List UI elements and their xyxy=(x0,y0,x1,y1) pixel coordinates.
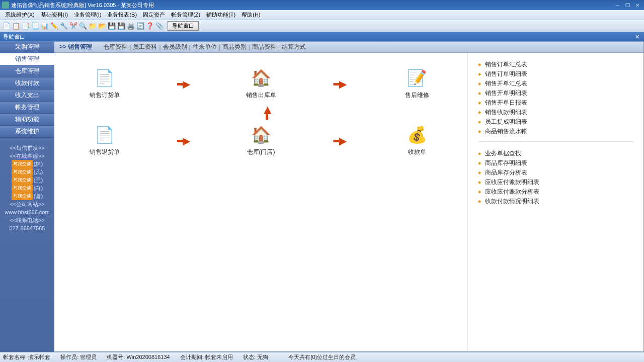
tab-warehouse-info[interactable]: 仓库资料 xyxy=(101,43,129,51)
house-person-icon: 🏠 xyxy=(231,68,291,88)
arrow-right-icon: ▪▪▪▶ xyxy=(135,78,231,90)
report-link[interactable]: 销售订单汇总表 xyxy=(478,60,633,69)
tool-icon-13[interactable]: 💾 xyxy=(117,22,126,31)
menu-tools[interactable]: 辅助功能(T) xyxy=(203,10,238,20)
tool-icon-4[interactable]: 📃 xyxy=(31,22,40,31)
report-link[interactable]: 员工提成明细表 xyxy=(478,117,633,127)
node-after-sale[interactable]: 📝 售后维修 xyxy=(387,68,447,100)
node-warehouse-store[interactable]: 🏠 仓库(门店) xyxy=(231,125,291,156)
subheader: 导航窗口 ✕ xyxy=(0,32,644,41)
report-link[interactable]: 应收应付账款分析表 xyxy=(478,187,633,197)
sms-link[interactable]: <<短信群发>> xyxy=(0,144,54,152)
sidebar-item-aux[interactable]: 辅助功能 xyxy=(0,114,54,126)
tab-product-cat[interactable]: 商品类别 xyxy=(220,43,249,51)
status-machine: Win20200816134 xyxy=(126,354,170,360)
report-link[interactable]: 销售开单汇总表 xyxy=(478,79,633,88)
tool-icon-10[interactable]: 📁 xyxy=(88,22,97,31)
house-icon: 🏠 xyxy=(231,125,291,145)
nav-window-button[interactable]: 导航窗口 xyxy=(168,21,199,31)
report-link[interactable]: 商品销售流水帐 xyxy=(478,127,633,136)
tab-product-info[interactable]: 商品资料 xyxy=(250,43,278,51)
chat-link-3[interactable]: 与我交谈(王) xyxy=(0,176,54,184)
content-tabs: >> 销售管理 仓库资料 | 员工资料 | 会员级别 | 往来单位 | 商品类别… xyxy=(54,42,643,53)
tool-icon-3[interactable]: 📑 xyxy=(21,22,30,31)
arrow-right-icon: ▪▪▪▶ xyxy=(291,78,387,90)
menu-assets[interactable]: 固定资产 xyxy=(140,10,168,20)
report-link[interactable]: 商品库存明细表 xyxy=(478,158,633,168)
menu-basic[interactable]: 基础资料(I) xyxy=(38,10,71,20)
report-link[interactable]: 销售开单日报表 xyxy=(478,98,633,108)
chat-link-1[interactable]: 与我交谈(林) xyxy=(0,160,54,168)
chat-icon: 与我交谈 xyxy=(12,192,33,200)
toolbar: 📄 📋 📑 📃 📊 ✏️ 🔧 ✂️ 🔍 📁 📂 💾 💾 🖨️ 🔄 ❓ 📎 导航窗… xyxy=(0,20,644,32)
sidebar-item-warehouse[interactable]: 仓库管理 xyxy=(0,65,54,77)
tab-member-level[interactable]: 会员级别 xyxy=(161,43,189,51)
report-panel: 销售订单汇总表 销售订单明细表 销售开单汇总表 销售开单明细表 销售开单日报表 … xyxy=(467,53,643,351)
menu-system[interactable]: 系统维护(X) xyxy=(2,10,38,20)
close-button[interactable]: ✕ xyxy=(633,2,642,9)
website-label: <<公司网站>> xyxy=(0,200,54,208)
chat-link-5[interactable]: 与我交谈(谢) xyxy=(0,192,54,200)
report-link[interactable]: 销售收款明细表 xyxy=(478,108,633,117)
website-url[interactable]: www.hbst666.com xyxy=(0,208,54,216)
report-link[interactable]: 销售订单明细表 xyxy=(478,69,633,79)
tool-icon-6[interactable]: ✏️ xyxy=(50,22,59,31)
tool-icon-8[interactable]: ✂️ xyxy=(69,22,78,31)
report-link[interactable]: 销售开单明细表 xyxy=(478,88,633,98)
tool-icon-12[interactable]: 💾 xyxy=(107,22,116,31)
tool-icon-14[interactable]: 🖨️ xyxy=(126,22,135,31)
tool-icon-16[interactable]: ❓ xyxy=(145,22,154,31)
tool-icon-15[interactable]: 🔄 xyxy=(136,22,145,31)
node-receipt[interactable]: 💰 收款单 xyxy=(387,125,447,156)
arrow-up-icon: ▪▪▪▶ xyxy=(261,108,273,120)
subheader-close-icon[interactable]: ✕ xyxy=(633,34,641,40)
subheader-title: 导航窗口 xyxy=(3,33,25,41)
tool-icon-17[interactable]: 📎 xyxy=(155,22,164,31)
phone-number: 027-86647565 xyxy=(0,224,54,232)
arrow-right-icon: ▪▪▪▶ xyxy=(135,135,231,147)
chat-link-2[interactable]: 与我交谈(凡) xyxy=(0,168,54,176)
sidebar-item-payments[interactable]: 收款付款 xyxy=(0,77,54,89)
menu-reports[interactable]: 业务报表(B) xyxy=(104,10,140,20)
module-title: >> 销售管理 xyxy=(59,43,92,51)
menu-help[interactable]: 帮助(H) xyxy=(238,10,263,20)
sidebar-item-maint[interactable]: 系统维护 xyxy=(0,126,54,138)
maximize-button[interactable]: ❐ xyxy=(623,2,632,9)
status-state: 无狗 xyxy=(257,354,268,360)
report-link[interactable]: 业务单据查找 xyxy=(478,149,633,158)
menu-business[interactable]: 业务管理(I) xyxy=(71,10,104,20)
tool-icon-11[interactable]: 📂 xyxy=(98,22,107,31)
status-birthday: 今天共有[0]位过生日的会员 xyxy=(288,353,355,361)
node-sales-outbound[interactable]: 🏠 销售出库单 xyxy=(231,68,291,100)
sidebar-item-purchase[interactable]: 采购管理 xyxy=(0,41,54,53)
online-service-label: <<在线客服>> xyxy=(0,152,54,160)
tool-icon-7[interactable]: 🔧 xyxy=(59,22,68,31)
tool-icon-1[interactable]: 📄 xyxy=(2,22,11,31)
status-operator: 管理员 xyxy=(80,354,97,360)
report-link[interactable]: 应收应付账款明细表 xyxy=(478,177,633,187)
sidebar-item-income[interactable]: 收入支出 xyxy=(0,89,54,102)
report-link[interactable]: 收款付款情况明细表 xyxy=(478,197,633,206)
arrow-right-icon: ▪▪▪▶ xyxy=(291,135,387,147)
tool-icon-9[interactable]: 🔍 xyxy=(78,22,88,31)
report-link[interactable]: 商品库存分析表 xyxy=(478,168,633,177)
document-return-icon: 📄 xyxy=(74,125,135,145)
tab-partners[interactable]: 往来单位 xyxy=(191,43,219,51)
chat-link-4[interactable]: 与我交谈(白) xyxy=(0,184,54,192)
node-sales-order[interactable]: 📄 销售订货单 xyxy=(74,68,135,100)
window-title: 速拓音像制品销售系统[经典版] Ver16.0305 - 某某公司专用 xyxy=(11,2,613,9)
menu-accounts[interactable]: 帐务管理(Z) xyxy=(168,10,203,20)
tab-settlement[interactable]: 结算方式 xyxy=(280,43,308,51)
node-sales-return[interactable]: 📄 销售退货单 xyxy=(74,125,135,156)
chat-icon: 与我交谈 xyxy=(12,176,33,184)
tab-employee-info[interactable]: 员工资料 xyxy=(131,43,159,51)
sidebar-item-sales[interactable]: 销售管理 xyxy=(0,53,54,65)
chat-icon: 与我交谈 xyxy=(12,168,33,176)
chat-icon: 与我交谈 xyxy=(12,160,33,168)
sidebar-item-accounting[interactable]: 帐务管理 xyxy=(0,102,54,114)
phone-label: <<联系电话>> xyxy=(0,216,54,224)
sidebar-extras: <<短信群发>> <<在线客服>> 与我交谈(林) 与我交谈(凡) 与我交谈(王… xyxy=(0,144,54,232)
tool-icon-5[interactable]: 📊 xyxy=(40,22,49,31)
tool-icon-2[interactable]: 📋 xyxy=(12,22,21,31)
minimize-button[interactable]: ─ xyxy=(613,2,622,9)
